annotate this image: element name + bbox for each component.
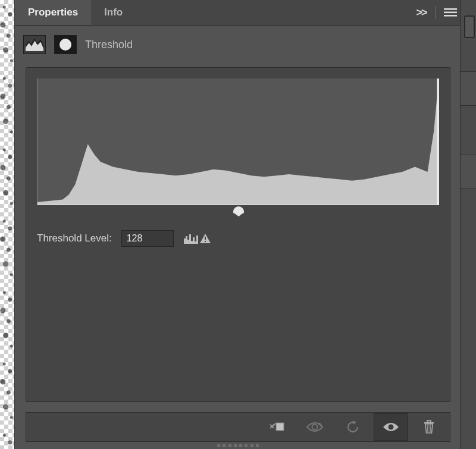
eye-history-icon — [306, 421, 324, 433]
clip-to-layer-button[interactable] — [259, 413, 294, 441]
document-canvas-sliver — [0, 0, 14, 449]
svg-rect-7 — [276, 423, 284, 431]
mask-circle-icon — [60, 39, 71, 51]
svg-rect-2 — [444, 15, 457, 17]
properties-panel: Properties Info >> Threshold — [14, 0, 461, 449]
svg-rect-5 — [205, 237, 206, 240]
docked-panel-slot[interactable] — [461, 71, 476, 106]
threshold-icon — [26, 38, 43, 51]
delete-adjustment-button[interactable] — [412, 413, 446, 441]
dock-expand-handle[interactable] — [464, 15, 475, 38]
svg-point-8 — [312, 425, 318, 430]
reset-to-defaults-button[interactable] — [336, 413, 370, 441]
histogram-icon — [183, 233, 199, 244]
svg-rect-1 — [444, 12, 457, 14]
toggle-visibility-button[interactable] — [374, 413, 408, 441]
panel-menu-button[interactable] — [440, 0, 461, 25]
threshold-adjustment-icon[interactable] — [23, 35, 46, 54]
threshold-slider-track[interactable] — [37, 205, 439, 219]
collapsed-panel-dock — [460, 0, 476, 449]
svg-rect-6 — [205, 241, 206, 242]
view-previous-state-button[interactable] — [298, 413, 332, 441]
threshold-level-input[interactable] — [121, 230, 174, 247]
adjustment-settings-card: Threshold Level: — [26, 67, 450, 402]
clip-to-layer-icon — [268, 420, 285, 434]
collapse-panel-button[interactable]: >> — [411, 0, 432, 25]
tab-properties[interactable]: Properties — [15, 0, 91, 25]
warning-triangle-icon — [200, 234, 211, 243]
menu-icon — [444, 8, 457, 17]
svg-rect-0 — [444, 8, 457, 10]
svg-point-9 — [389, 425, 394, 430]
chevron-double-right-icon: >> — [416, 7, 426, 19]
svg-rect-4 — [437, 79, 439, 205]
adjustment-footer-bar — [26, 412, 450, 442]
histogram-area-icon — [37, 79, 439, 205]
svg-rect-11 — [427, 420, 431, 422]
trash-icon — [422, 420, 436, 434]
adjustment-header: Threshold — [15, 26, 461, 60]
eye-icon — [382, 421, 400, 433]
panel-tab-bar: Properties Info >> — [15, 0, 461, 26]
layer-mask-thumbnail[interactable] — [54, 35, 77, 54]
adjustment-title: Threshold — [85, 39, 133, 51]
docked-panel-slot[interactable] — [461, 155, 476, 189]
divider — [436, 6, 436, 19]
panel-resize-gripper[interactable] — [217, 444, 259, 448]
reset-icon — [345, 420, 361, 434]
histogram-display — [37, 79, 439, 205]
threshold-level-label: Threshold Level: — [37, 233, 112, 244]
tab-info[interactable]: Info — [91, 0, 136, 25]
histogram-cache-warning[interactable] — [183, 233, 211, 244]
